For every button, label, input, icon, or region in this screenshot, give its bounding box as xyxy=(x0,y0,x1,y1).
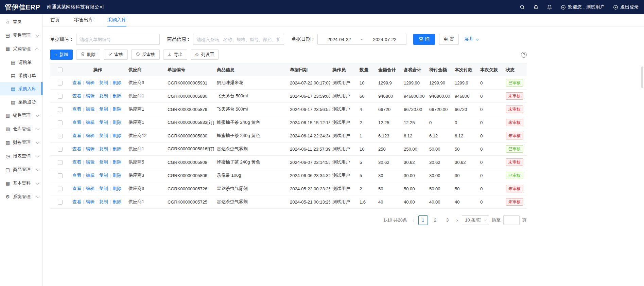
row-checkbox[interactable] xyxy=(58,94,63,99)
sidebar-item-purchase-return[interactable]: ▤采购退货 xyxy=(0,95,42,109)
row-action-edit[interactable]: 编辑 xyxy=(86,133,94,138)
jump-page-input[interactable] xyxy=(503,215,520,225)
export-button[interactable]: 导出 xyxy=(163,50,187,60)
sidebar-item-purchase[interactable]: ▦采购管理 xyxy=(0,42,42,56)
unaudit-button[interactable]: 反审核 xyxy=(131,50,160,60)
select-all-checkbox[interactable] xyxy=(58,68,63,72)
row-action-copy[interactable]: 复制 xyxy=(99,93,108,98)
page-button-3[interactable]: 3 xyxy=(443,215,452,225)
row-action-view[interactable]: 查看 xyxy=(72,80,81,85)
row-action-delete[interactable]: 删除 xyxy=(112,133,121,138)
row-action-delete[interactable]: 删除 xyxy=(112,80,121,85)
bank-icon[interactable] xyxy=(533,4,539,10)
bill-no-input[interactable] xyxy=(76,34,160,45)
row-action-view[interactable]: 查看 xyxy=(72,173,81,178)
row-action-delete[interactable]: 删除 xyxy=(112,93,121,98)
row-action-copy[interactable]: 复制 xyxy=(99,120,108,125)
date-to[interactable]: 2024-07-22 xyxy=(373,37,396,42)
audit-button[interactable]: 审核 xyxy=(104,50,128,60)
page-button-2[interactable]: 2 xyxy=(431,215,440,225)
row-action-edit[interactable]: 编辑 xyxy=(86,93,94,98)
row-checkbox[interactable] xyxy=(58,134,63,138)
column-settings-button[interactable]: ⚙ 列设置 xyxy=(191,50,219,60)
row-checkbox[interactable] xyxy=(58,200,63,205)
sidebar-item-sales[interactable]: ▥销售管理 xyxy=(0,109,42,122)
row-action-edit[interactable]: 编辑 xyxy=(86,146,94,151)
row-action-copy[interactable]: 复制 xyxy=(99,133,108,138)
row-action-delete[interactable]: 删除 xyxy=(112,120,121,125)
sidebar-item-warehouse[interactable]: ▧仓库管理 xyxy=(0,122,42,136)
reset-button[interactable]: 重 置 xyxy=(439,34,459,45)
row-action-delete[interactable]: 删除 xyxy=(112,186,121,191)
row-action-view[interactable]: 查看 xyxy=(72,133,81,138)
welcome-user[interactable]: 欢迎您，测试用户 xyxy=(560,4,605,10)
next-page-icon[interactable]: › xyxy=(455,217,459,223)
row-action-delete[interactable]: 删除 xyxy=(112,146,121,151)
row-action-delete[interactable]: 删除 xyxy=(112,107,121,112)
sidebar-item-goods[interactable]: ▢商品管理 xyxy=(0,163,42,176)
sidebar-item-purchase-inbound[interactable]: ▤采购入库 xyxy=(0,82,42,95)
search-icon[interactable] xyxy=(520,4,525,10)
row-action-copy[interactable]: 复制 xyxy=(99,159,108,165)
row-action-delete[interactable]: 删除 xyxy=(112,159,121,165)
row-action-edit[interactable]: 编辑 xyxy=(86,186,94,191)
row-action-view[interactable]: 查看 xyxy=(72,120,81,125)
delete-button[interactable]: 删除 xyxy=(76,50,100,60)
chevron-down-icon xyxy=(36,195,39,198)
sidebar-item-finance[interactable]: ▨财务管理 xyxy=(0,136,42,149)
add-button[interactable]: + 新增 xyxy=(50,50,73,60)
sidebar-item-basic[interactable]: ▩基本资料 xyxy=(0,176,42,190)
row-checkbox[interactable] xyxy=(58,173,63,178)
row-action-edit[interactable]: 编辑 xyxy=(86,107,94,112)
row-action-edit[interactable]: 编辑 xyxy=(86,120,94,125)
row-checkbox[interactable] xyxy=(58,120,63,125)
row-action-delete[interactable]: 删除 xyxy=(112,173,121,178)
sidebar-item-home[interactable]: ⌂首页 xyxy=(0,15,42,28)
table-row: 查看|编辑|复制|删除供应商1CGRK00000005879飞天茅台 500ml… xyxy=(50,103,527,116)
row-action-copy[interactable]: 复制 xyxy=(99,107,108,112)
expand-toggle[interactable]: 展开 xyxy=(464,36,478,42)
row-action-edit[interactable]: 编辑 xyxy=(86,173,94,178)
row-action-copy[interactable]: 复制 xyxy=(99,186,108,191)
prev-page-icon[interactable]: ‹ xyxy=(411,217,416,223)
row-action-delete[interactable]: 删除 xyxy=(112,199,121,204)
date-range-picker[interactable]: 2024-04-22 ~ 2024-07-22 xyxy=(317,34,406,45)
sidebar-item-system[interactable]: ⚙系统管理 xyxy=(0,190,42,204)
page-button-1[interactable]: 1 xyxy=(418,215,428,225)
row-action-copy[interactable]: 复制 xyxy=(99,146,108,151)
row-checkbox[interactable] xyxy=(58,147,63,152)
row-checkbox[interactable] xyxy=(58,160,63,165)
sidebar-item-purchase-request[interactable]: ▤请购单 xyxy=(0,56,42,69)
row-action-copy[interactable]: 复制 xyxy=(99,80,108,85)
row-action-view[interactable]: 查看 xyxy=(72,186,81,191)
date-from[interactable]: 2024-04-22 xyxy=(327,37,351,42)
sidebar-item-retail[interactable]: ▤零售管理 xyxy=(0,28,42,42)
row-action-copy[interactable]: 复制 xyxy=(99,173,108,178)
sidebar-item-purchase-order[interactable]: ▤采购订单 xyxy=(0,69,42,82)
row-action-view[interactable]: 查看 xyxy=(72,159,81,165)
row-action-edit[interactable]: 编辑 xyxy=(86,159,94,165)
goods-input[interactable] xyxy=(193,34,284,45)
logout-button[interactable]: 退出登录 xyxy=(613,4,639,10)
cell-amount: 66720 xyxy=(376,103,401,116)
row-checkbox[interactable] xyxy=(58,81,63,85)
row-action-view[interactable]: 查看 xyxy=(72,107,81,112)
row-action-copy[interactable]: 复制 xyxy=(99,199,108,204)
cell-supplier: 供应商3 xyxy=(126,169,165,182)
row-action-edit[interactable]: 编辑 xyxy=(86,80,94,85)
tab-purchase-inbound[interactable]: 采购入库 xyxy=(107,14,126,26)
tab-retail-outbound[interactable]: 零售出库 xyxy=(74,14,93,26)
row-action-edit[interactable]: 编辑 xyxy=(86,199,94,204)
row-checkbox[interactable] xyxy=(58,187,63,191)
sidebar-item-report[interactable]: ◷报表查询 xyxy=(0,149,42,163)
help-icon[interactable]: ? xyxy=(521,52,527,58)
scrollbar-thumb[interactable] xyxy=(641,66,643,88)
bell-icon[interactable] xyxy=(547,4,552,10)
tab-home[interactable]: 首页 xyxy=(50,14,60,26)
row-action-view[interactable]: 查看 xyxy=(72,199,81,204)
row-checkbox[interactable] xyxy=(58,107,63,112)
row-action-view[interactable]: 查看 xyxy=(72,93,81,98)
row-action-view[interactable]: 查看 xyxy=(72,146,81,151)
page-size-select[interactable]: 10 条/页 xyxy=(462,215,489,225)
search-button[interactable]: 查 询 xyxy=(413,34,435,45)
